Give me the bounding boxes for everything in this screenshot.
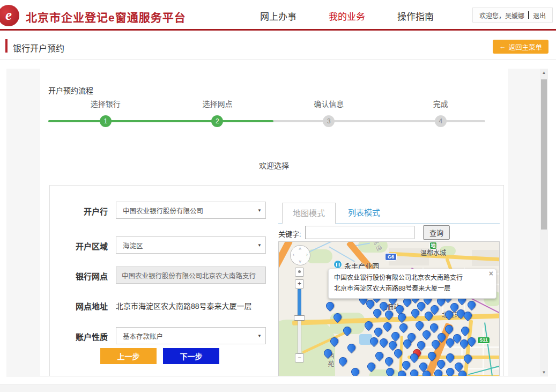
scroll-up-icon[interactable]: ▲ — [540, 69, 548, 77]
main-nav: 网上办事 我的业务 操作指南 — [260, 9, 434, 23]
map-locate-button[interactable] — [295, 268, 304, 277]
branch-value: 中国农业银行股份有限公司北京农大南路支行 — [122, 270, 256, 280]
chevron-down-icon: ▼ — [257, 243, 262, 248]
district-select-value: 海淀区 — [123, 240, 143, 250]
chevron-down-icon: ▼ — [257, 334, 262, 338]
field-label-district: 开户区域 — [61, 240, 108, 252]
previous-step-button[interactable]: 上一步 — [100, 348, 157, 364]
step-label-1: 选择银行 — [91, 98, 121, 109]
branch-address-text: 北京市海淀区农大南路88号泰来大厦一层 — [116, 300, 252, 311]
keyword-label: 关键字: — [278, 228, 301, 239]
field-label-account-type: 账户性质 — [61, 331, 108, 342]
keyword-input[interactable] — [305, 226, 414, 239]
pan-up-icon[interactable]: ˄ — [299, 246, 301, 252]
map-pin[interactable] — [421, 329, 432, 340]
chevron-down-icon: ▼ — [257, 208, 262, 213]
field-label-address: 网点地址 — [61, 300, 108, 312]
map-pin[interactable] — [414, 320, 425, 331]
vertical-scrollbar[interactable]: ▲ ▼ — [540, 69, 548, 376]
map-pin[interactable] — [378, 337, 389, 348]
pan-right-icon[interactable]: › — [306, 252, 308, 257]
step-circle-4: 4 — [435, 115, 447, 127]
info-window-branch-address: 北京市海淀区农大南路88号泰来大厦一层 — [334, 284, 486, 294]
metro-station-badge-icon: 地 — [429, 242, 437, 249]
back-arrow-icon: ← — [499, 43, 506, 50]
map-info-window: 中国农业银行股份有限公司北京农大南路支行 北京市海淀区农大南路88号泰来大厦一层… — [328, 269, 496, 299]
map-pin[interactable] — [390, 330, 401, 342]
map-park-area — [369, 369, 401, 376]
step-label-3: 确认信息 — [314, 98, 344, 109]
page-title: 银行开户预约 — [13, 41, 64, 54]
map-zoom-out-button[interactable]: − — [295, 353, 304, 363]
map-road-orange — [278, 241, 293, 282]
g6-highway-shield-icon: G6 — [385, 253, 397, 261]
step-label-4: 完成 — [433, 98, 448, 109]
page-footer — [0, 384, 556, 392]
nav-operation-guide[interactable]: 操作指南 — [397, 9, 434, 23]
district-select[interactable]: 海淀区 ▼ — [116, 236, 266, 254]
map-pin[interactable] — [373, 326, 384, 337]
step-label-2: 选择网点 — [202, 98, 232, 109]
locate-dot-icon — [298, 270, 301, 273]
app-header: e 北京市企业登记e窗通服务平台 网上办事 我的业务 操作指南 欢迎您，吴媛娜 … — [0, 0, 556, 31]
info-window-branch-name: 中国农业银行股份有限公司北京农大南路支行 — [334, 273, 486, 284]
map-pin[interactable] — [383, 356, 395, 367]
back-to-main-menu-button[interactable]: ← 返回主菜单 — [493, 40, 548, 54]
back-button-label: 返回主菜单 — [508, 42, 542, 52]
tab-list-mode[interactable]: 列表模式 — [348, 203, 380, 224]
nav-my-business[interactable]: 我的业务 — [329, 9, 365, 23]
zoom-slider-track[interactable] — [298, 320, 301, 353]
map-park-area — [311, 376, 349, 376]
zoom-slider-thumb[interactable] — [294, 315, 305, 321]
close-icon[interactable]: × — [489, 270, 493, 277]
map-pin[interactable] — [428, 322, 440, 333]
s11-road-shield-icon: S11 — [477, 337, 490, 344]
bank-select[interactable]: 中国农业银行股份有限公司 ▼ — [116, 202, 266, 219]
divider — [528, 11, 529, 19]
nav-online-services[interactable]: 网上办事 — [260, 9, 296, 23]
map-tabs: 地图模式 列表模式 — [278, 203, 500, 224]
map-pin[interactable] — [382, 321, 393, 332]
next-step-button[interactable]: 下一步 — [163, 348, 219, 364]
step-circle-1: 1 — [100, 115, 112, 127]
map-pan-control[interactable]: ˄ ˅ ‹ › — [290, 245, 310, 265]
pan-down-icon[interactable]: ˅ — [299, 259, 301, 264]
map-pin[interactable] — [324, 300, 336, 312]
user-greeting: 欢迎您，吴媛娜 — [479, 11, 524, 20]
pan-left-icon[interactable]: ‹ — [293, 252, 294, 257]
bank-select-value: 中国农业银行股份有限公司 — [123, 205, 203, 216]
reservation-panel: 开户行 中国农业银行股份有限公司 ▼ 开户区域 海淀区 ▼ 银行网点 中国农业银… — [49, 185, 504, 376]
step-progress: 选择银行 选择网点 确认信息 完成 1 2 3 4 — [48, 95, 485, 133]
field-label-branch: 银行网点 — [61, 270, 108, 282]
account-type-select[interactable]: 基本存款账户 ▼ — [116, 327, 266, 344]
branch-input-disabled: 中国农业银行股份有限公司北京农大南路支行 — [116, 267, 266, 284]
map-pin[interactable] — [374, 350, 385, 361]
zoom-slider-track-filled[interactable] — [298, 289, 301, 317]
step-track-completed — [48, 120, 273, 122]
content-card: 开户预约流程 选择银行 选择网点 确认信息 完成 1 2 3 4 欢迎选择 开户… — [40, 69, 508, 376]
field-label-bank: 开户行 — [61, 205, 108, 217]
map-pin[interactable] — [462, 353, 473, 364]
map-pin[interactable] — [346, 342, 357, 353]
step-circle-2: 2 — [211, 115, 223, 127]
welcome-text: 欢迎选择 — [40, 160, 508, 171]
map-pin[interactable] — [337, 356, 349, 367]
map-zoom-in-button[interactable]: + — [295, 279, 304, 289]
map-pin[interactable] — [398, 322, 409, 333]
account-type-value: 基本存款账户 — [123, 331, 163, 341]
map-pin[interactable] — [444, 352, 456, 363]
scrollbar-thumb[interactable] — [541, 79, 547, 230]
map-canvas[interactable]: 地 温都水城 高速 G6 永丰产业园 屯佃站 北五环 S11 西苑 中国农业银行… — [278, 241, 500, 376]
page-title-bar: 银行开户预约 ← 返回主菜单 — [0, 32, 556, 60]
flow-heading: 开户预约流程 — [48, 85, 93, 95]
step-circle-3: 3 — [323, 115, 335, 127]
tab-map-mode[interactable]: 地图模式 — [282, 203, 336, 224]
search-button[interactable]: 查询 — [423, 225, 450, 240]
map-pin[interactable] — [350, 366, 361, 376]
user-box: 欢迎您，吴媛娜 退出 — [472, 8, 553, 23]
platform-title: 北京市企业登记e窗通服务平台 — [26, 9, 186, 25]
logout-link[interactable]: 退出 — [533, 11, 546, 20]
scroll-down-icon[interactable]: ▼ — [540, 368, 548, 376]
platform-logo-icon: e — [0, 5, 19, 26]
industrial-park-icon — [333, 260, 342, 269]
